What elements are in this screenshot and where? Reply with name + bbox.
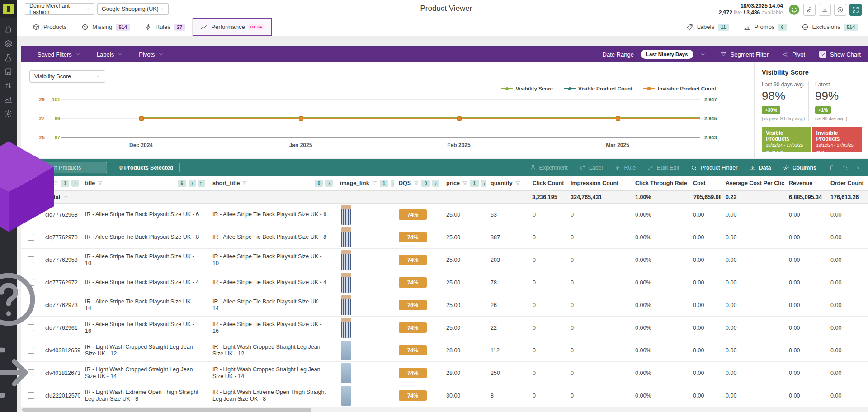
tab-exclusions[interactable]: Exclusions 514 <box>794 18 866 36</box>
tab-missing[interactable]: Missing 514 <box>74 18 137 36</box>
funnel-icon[interactable] <box>413 180 419 186</box>
column-header-cost[interactable]: Cost <box>689 176 721 190</box>
download-button[interactable] <box>819 4 831 16</box>
package-box-icon[interactable] <box>0 124 76 260</box>
bell-icon[interactable] <box>4 25 13 34</box>
funnel-icon[interactable] <box>827 151 833 157</box>
column-header-title[interactable]: title 6 i <box>80 176 208 190</box>
sort-arrows-icon[interactable]: ↑↓ <box>622 180 624 187</box>
rule-button[interactable]: Rule <box>614 165 636 171</box>
table-row[interactable]: clq77762961 IR - Ailee Stripe Tie Back P… <box>21 317 868 339</box>
tab-labels[interactable]: Labels 11 <box>679 18 736 36</box>
columns-button[interactable]: Columns <box>783 165 816 171</box>
chart-metric-dropdown[interactable]: Visibility Score <box>29 70 105 83</box>
product-thumbnail[interactable] <box>341 386 351 406</box>
funnel-icon[interactable] <box>462 180 468 186</box>
funnel-icon[interactable] <box>242 180 248 186</box>
chevron-down-icon[interactable] <box>700 52 706 57</box>
store-icon[interactable] <box>4 67 13 76</box>
table-row[interactable]: clq77762958 IR - Ailee Stripe Tie Back P… <box>21 249 868 271</box>
column-header-quantity[interactable]: quantity <box>486 176 528 190</box>
info-icon[interactable]: i <box>481 180 486 187</box>
layers-icon[interactable] <box>4 39 13 48</box>
product-thumbnail[interactable] <box>341 318 351 338</box>
label-button[interactable]: Label <box>580 165 603 171</box>
labels-menu[interactable]: Labels <box>97 51 123 58</box>
table-row[interactable]: clq77762970 IR - Ailee Stripe Tie Back P… <box>21 226 868 249</box>
app-logo[interactable] <box>0 0 17 18</box>
column-header-average-cost-per-click[interactable]: Average Cost Per Click <box>721 176 784 190</box>
data-point-marker[interactable] <box>616 116 620 121</box>
info-icon[interactable]: i <box>391 180 394 187</box>
gear-icon[interactable] <box>4 109 13 118</box>
reset-icon[interactable] <box>198 180 205 187</box>
table-row[interactable]: clq77762973 IR - Ailee Stripe Tie Back P… <box>21 294 868 317</box>
funnel-icon[interactable] <box>515 180 521 186</box>
help-icon[interactable] <box>0 265 76 333</box>
area-chart-icon[interactable] <box>4 95 13 104</box>
logout-icon[interactable] <box>0 339 76 407</box>
column-header-click-count[interactable]: Click Count <box>528 176 566 190</box>
info-icon[interactable]: i <box>326 180 333 187</box>
tab-rules[interactable]: Rules 27 <box>137 18 193 36</box>
product-thumbnail[interactable] <box>341 273 351 293</box>
table-row[interactable]: clq77762968 IR - Ailee Stripe Tie Back P… <box>21 204 868 226</box>
column-header-dqs[interactable]: DQS 0 i <box>394 176 442 190</box>
column-header-short-title[interactable]: short_title 0 i <box>208 176 335 190</box>
bulk-edit-button[interactable]: Bulk Edit <box>647 165 679 171</box>
product-thumbnail[interactable] <box>341 363 351 383</box>
funnel-icon[interactable] <box>787 151 793 157</box>
column-header-click-through-rate[interactable]: Click Through Rate <box>631 176 689 190</box>
pivot-button[interactable]: Pivot <box>782 51 805 58</box>
info-icon[interactable]: i <box>432 180 439 187</box>
pivots-menu[interactable]: Pivots <box>139 51 163 58</box>
scrollbar-thumb[interactable] <box>22 408 311 412</box>
column-header-impression-count[interactable]: Impression Count ↑↓ <box>566 176 631 190</box>
segment-filter-button[interactable]: Segment Filter <box>720 51 769 58</box>
table-row[interactable]: clu222012570 IR - Light Wash Extreme Ope… <box>21 384 868 407</box>
undo-icon[interactable] <box>842 165 849 171</box>
table-row[interactable]: clv403812673 IR - Light Wash Cropped Str… <box>21 362 868 384</box>
data-point-marker[interactable] <box>299 116 303 121</box>
column-header-image-link[interactable]: image_link 1 i <box>335 176 394 190</box>
data-button[interactable]: Data <box>749 165 771 171</box>
column-header-order-count[interactable]: Order Count <box>826 176 864 190</box>
channel-dropdown[interactable]: Google Shopping (UK) <box>97 3 169 15</box>
transfer-arrows-icon[interactable] <box>4 81 13 90</box>
product-thumbnail[interactable] <box>341 250 351 270</box>
column-header-revenue[interactable]: Revenue <box>784 176 826 190</box>
clipboard-icon[interactable] <box>829 165 835 171</box>
product-thumbnail[interactable] <box>341 295 351 315</box>
product-finder-button[interactable]: Product Finder <box>691 165 737 171</box>
date-range-value[interactable]: Last Ninety Days <box>641 50 693 59</box>
legend-item[interactable]: Visibility Score <box>501 86 553 91</box>
flask-icon[interactable] <box>4 53 13 62</box>
copy-link-button[interactable] <box>803 4 816 16</box>
tab-promos[interactable]: Promos 6 <box>736 18 794 36</box>
merchant-dropdown[interactable]: Demo Merchant - Fashion <box>25 3 94 15</box>
legend-item[interactable]: Invisible Product Count <box>643 86 716 91</box>
tab-performance[interactable]: Performance BETA <box>193 18 272 36</box>
tab-products[interactable]: Products <box>25 18 74 36</box>
funnel-icon[interactable] <box>372 180 377 186</box>
table-row[interactable]: clv403812659 IR - Light Wash Cropped Str… <box>21 339 868 362</box>
column-header-price[interactable]: price 1 i <box>442 176 486 190</box>
info-icon[interactable]: i <box>189 180 196 187</box>
data-point-marker[interactable] <box>139 116 144 121</box>
funnel-icon[interactable] <box>97 180 103 186</box>
pause-feed-button[interactable] <box>834 4 846 16</box>
saved-filters-menu[interactable]: Saved Filters <box>38 51 80 58</box>
product-thumbnail[interactable] <box>341 227 351 247</box>
visible-products-card[interactable]: Visible Products 18/12/24 - 17/03/25 2,9… <box>762 127 811 152</box>
invisible-products-card[interactable]: Invisible Products 18/12/24 - 17/03/25 2… <box>812 127 862 152</box>
show-chart-toggle[interactable]: Show Chart <box>819 51 861 58</box>
legend-item[interactable]: Visible Product Count <box>564 86 632 91</box>
product-thumbnail[interactable] <box>341 341 351 360</box>
table-row[interactable]: clq77762972 IR - Ailee Stripe Tie Back P… <box>21 271 868 294</box>
clear-filters-icon[interactable] <box>855 165 862 171</box>
data-point-marker[interactable] <box>457 116 462 121</box>
column-header-clipped[interactable]: C <box>864 176 868 190</box>
sync-feed-button[interactable] <box>849 4 862 16</box>
horizontal-scrollbar[interactable] <box>21 407 868 412</box>
product-thumbnail[interactable] <box>341 205 351 225</box>
